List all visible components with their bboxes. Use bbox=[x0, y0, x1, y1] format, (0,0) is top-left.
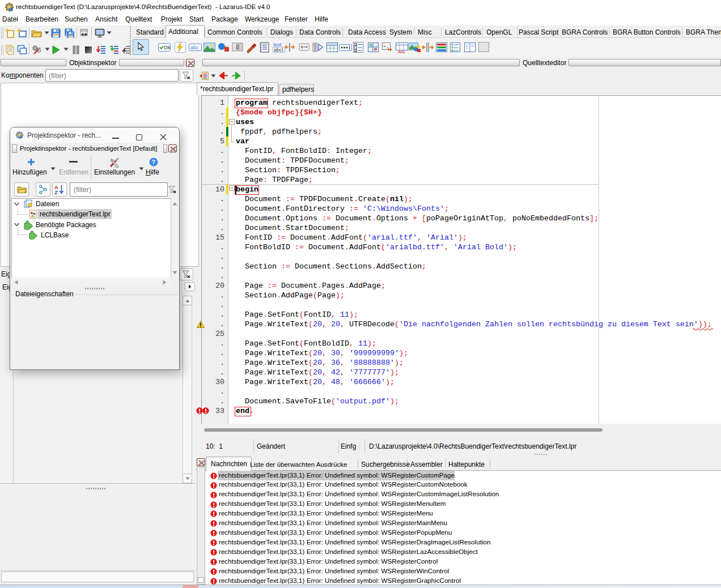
svg-text:Z: Z bbox=[54, 189, 58, 195]
svg-text:Ok: Ok bbox=[164, 45, 171, 50]
svg-text:abcI: abcI bbox=[274, 47, 283, 53]
svg-text:?: ? bbox=[152, 159, 156, 165]
svg-text:abc: abc bbox=[190, 45, 199, 50]
svg-text:Abc: Abc bbox=[398, 49, 405, 54]
